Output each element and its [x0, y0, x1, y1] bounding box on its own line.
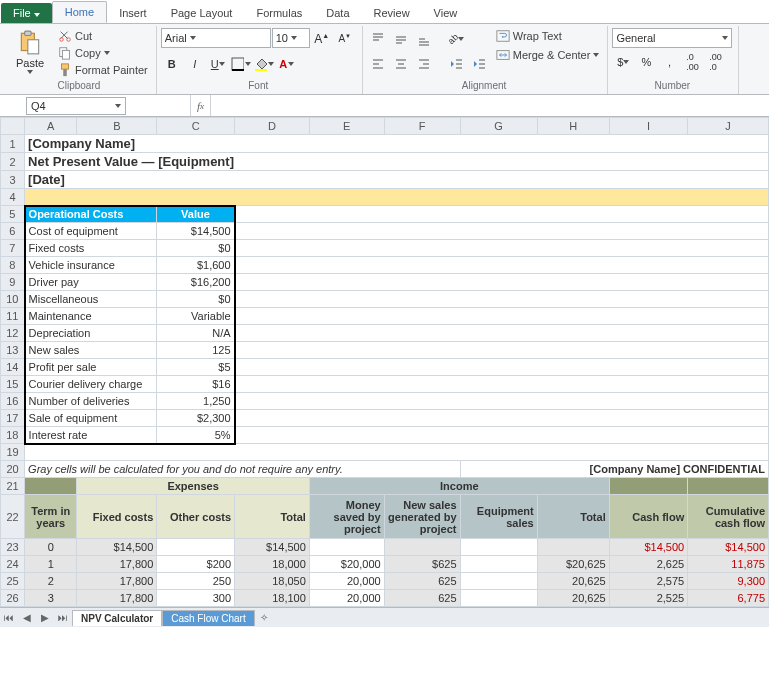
cell[interactable]: Miscellaneous: [25, 291, 157, 308]
cell[interactable]: [235, 393, 769, 410]
cell[interactable]: Maintenance: [25, 308, 157, 325]
cell[interactable]: 2,525: [609, 590, 687, 607]
row-header[interactable]: 2: [1, 153, 25, 171]
cell[interactable]: [537, 539, 609, 556]
cell[interactable]: Courier delivery charge: [25, 376, 157, 393]
align-top-button[interactable]: [367, 28, 389, 50]
cell[interactable]: 2: [25, 573, 77, 590]
cell[interactable]: 3: [25, 590, 77, 607]
cell[interactable]: [384, 539, 460, 556]
copy-button[interactable]: Copy: [56, 45, 150, 61]
cell[interactable]: Term in years: [25, 495, 77, 539]
cell[interactable]: [235, 223, 769, 240]
align-center-button[interactable]: [390, 53, 412, 75]
tab-data[interactable]: Data: [314, 3, 361, 23]
underline-button[interactable]: U: [207, 53, 229, 75]
row-header[interactable]: 16: [1, 393, 25, 410]
col-header[interactable]: G: [460, 118, 537, 135]
decrease-indent-button[interactable]: [445, 53, 467, 75]
cell[interactable]: Value: [157, 206, 235, 223]
cell[interactable]: $625: [384, 556, 460, 573]
cell[interactable]: $1,600: [157, 257, 235, 274]
cell[interactable]: 20,000: [309, 573, 384, 590]
cell[interactable]: 20,625: [537, 573, 609, 590]
col-header[interactable]: A: [25, 118, 77, 135]
cell[interactable]: 2,575: [609, 573, 687, 590]
cell[interactable]: 1,250: [157, 393, 235, 410]
font-color-button[interactable]: A: [276, 53, 298, 75]
cell[interactable]: 17,800: [77, 590, 157, 607]
cell[interactable]: [460, 539, 537, 556]
row-header[interactable]: 10: [1, 291, 25, 308]
new-sheet-button[interactable]: ✧: [255, 609, 273, 627]
cell[interactable]: $0: [157, 240, 235, 257]
spreadsheet-grid[interactable]: A B C D E F G H I J 1[Company Name] 2Net…: [0, 117, 769, 607]
decrease-decimal-button[interactable]: .00.0: [704, 51, 726, 73]
cell[interactable]: [235, 325, 769, 342]
sheet-nav-last-button[interactable]: ⏭: [54, 609, 72, 627]
shrink-font-button[interactable]: A▼: [334, 28, 356, 50]
col-header[interactable]: F: [384, 118, 460, 135]
font-name-select[interactable]: Arial: [161, 28, 271, 48]
row-header[interactable]: 26: [1, 590, 25, 607]
cell[interactable]: Total: [537, 495, 609, 539]
increase-indent-button[interactable]: [468, 53, 490, 75]
cell[interactable]: [235, 274, 769, 291]
merge-center-button[interactable]: Merge & Center: [494, 47, 602, 63]
row-header[interactable]: 19: [1, 444, 25, 461]
cell[interactable]: Number of deliveries: [25, 393, 157, 410]
tab-insert[interactable]: Insert: [107, 3, 159, 23]
tab-view[interactable]: View: [422, 3, 470, 23]
cell[interactable]: Expenses: [77, 478, 310, 495]
cell[interactable]: 17,800: [77, 573, 157, 590]
font-size-select[interactable]: 10: [272, 28, 310, 48]
cell[interactable]: [688, 478, 769, 495]
cell[interactable]: $16,200: [157, 274, 235, 291]
cell[interactable]: New sales: [25, 342, 157, 359]
accounting-format-button[interactable]: $: [612, 51, 634, 73]
cell[interactable]: 20,625: [537, 590, 609, 607]
col-header[interactable]: E: [309, 118, 384, 135]
fill-color-button[interactable]: [253, 53, 275, 75]
fx-icon[interactable]: fx: [190, 95, 211, 116]
cell[interactable]: 250: [157, 573, 235, 590]
tab-page-layout[interactable]: Page Layout: [159, 3, 245, 23]
cell[interactable]: Cost of equipment: [25, 223, 157, 240]
cell[interactable]: Depreciation: [25, 325, 157, 342]
align-left-button[interactable]: [367, 53, 389, 75]
cell[interactable]: [25, 478, 77, 495]
align-right-button[interactable]: [413, 53, 435, 75]
row-header[interactable]: 3: [1, 171, 25, 189]
cell[interactable]: Equipment sales: [460, 495, 537, 539]
cell[interactable]: [460, 556, 537, 573]
cell[interactable]: 18,000: [235, 556, 310, 573]
cell[interactable]: Net Present Value — [Equipment]: [25, 153, 769, 171]
align-bottom-button[interactable]: [413, 28, 435, 50]
cell[interactable]: Other costs: [157, 495, 235, 539]
cell[interactable]: $200: [157, 556, 235, 573]
col-header[interactable]: J: [688, 118, 769, 135]
cell[interactable]: [235, 410, 769, 427]
paste-button[interactable]: Paste: [8, 28, 52, 76]
cell[interactable]: [235, 427, 769, 444]
tab-home[interactable]: Home: [52, 1, 107, 23]
number-format-select[interactable]: General: [612, 28, 732, 48]
cell[interactable]: Cumulative cash flow: [688, 495, 769, 539]
cell[interactable]: Sale of equipment: [25, 410, 157, 427]
cell[interactable]: 20,000: [309, 590, 384, 607]
cell[interactable]: Total: [235, 495, 310, 539]
cell[interactable]: 2,625: [609, 556, 687, 573]
sheet-nav-prev-button[interactable]: ◀: [18, 609, 36, 627]
cell[interactable]: [235, 291, 769, 308]
format-painter-button[interactable]: Format Painter: [56, 62, 150, 78]
row-header[interactable]: 11: [1, 308, 25, 325]
cell[interactable]: Driver pay: [25, 274, 157, 291]
row-header[interactable]: 6: [1, 223, 25, 240]
cell[interactable]: $20,000: [309, 556, 384, 573]
row-header[interactable]: 17: [1, 410, 25, 427]
cell[interactable]: 1: [25, 556, 77, 573]
row-header[interactable]: 14: [1, 359, 25, 376]
cell[interactable]: Money saved by project: [309, 495, 384, 539]
cell[interactable]: 11,875: [688, 556, 769, 573]
cell[interactable]: 18,050: [235, 573, 310, 590]
